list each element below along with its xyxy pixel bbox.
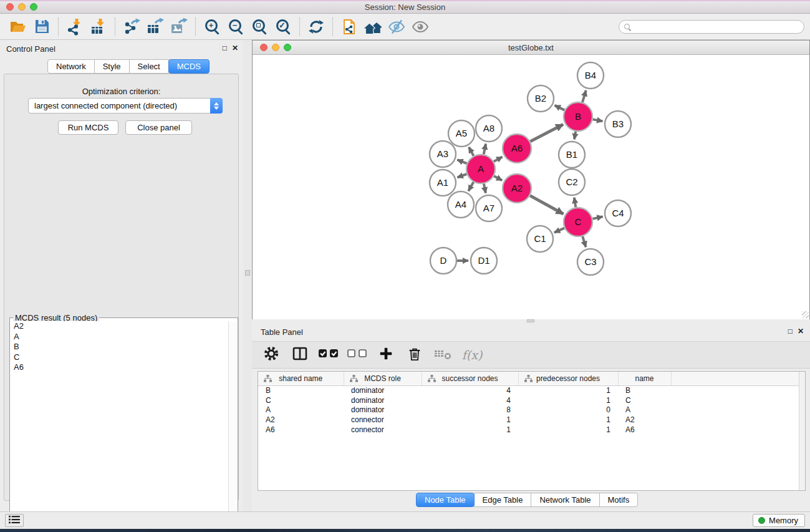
delete-column-button[interactable] [405,345,424,365]
graph-edge-B-B1[interactable] [574,132,576,140]
graph-edge-A-A7[interactable] [484,184,486,193]
save-session-button[interactable] [30,16,54,38]
table-settings-button[interactable] [262,345,281,365]
table-cell[interactable]: 1 [518,425,618,435]
graph-edge-A-A8[interactable] [484,144,486,155]
table-row[interactable]: Bdominator41B [258,385,805,395]
search-field[interactable] [619,20,804,34]
table-cell[interactable]: A6 [258,425,344,435]
export-network-button[interactable] [120,16,143,38]
result-scrollbar[interactable] [228,321,236,528]
tab-mcds[interactable]: MCDS [168,59,210,74]
table-cell[interactable]: 4 [422,395,518,405]
table-cell[interactable]: 1 [518,415,618,425]
graph-edge-A6-B[interactable] [530,125,563,142]
float-panel-icon[interactable]: □ [223,44,227,52]
tab-network[interactable]: Network [47,59,95,74]
table-row[interactable]: Adominator80A [258,405,805,415]
table-cell[interactable]: A [618,405,671,415]
table-cell[interactable]: A [258,405,344,415]
table-cell[interactable]: C [618,395,671,405]
graph-edge-C-C3[interactable] [582,236,586,247]
copy-network-button[interactable] [337,16,361,38]
graph-edge-A2-C[interactable] [530,196,563,214]
memory-button[interactable]: Memory [753,514,805,527]
window-resize-grip[interactable] [802,311,809,318]
export-image-button[interactable] [167,16,191,38]
import-network-button[interactable] [63,16,87,38]
task-history-button[interactable] [5,514,24,527]
table-cell[interactable]: connector [344,425,422,435]
create-column-button[interactable] [377,345,395,365]
table-cell[interactable]: A6 [618,425,671,435]
table-cell[interactable]: 1 [422,415,518,425]
tab-select[interactable]: Select [129,59,169,74]
float-panel-icon[interactable]: □ [788,327,793,336]
select-all-button[interactable] [319,345,338,365]
function-builder-button[interactable]: f(x) [463,345,481,365]
close-panel-button[interactable]: Close panel [125,120,192,135]
graph-edge-A-A5[interactable] [469,147,474,156]
table-cell[interactable]: dominator [344,385,422,395]
hide-selected-button[interactable] [385,16,408,38]
graph-edge-C-C4[interactable] [592,216,602,219]
export-table-button[interactable] [143,16,167,38]
table-cell[interactable]: 0 [518,405,618,415]
vertical-splitter[interactable] [243,40,252,511]
table-row[interactable]: Cdominator41C [258,395,805,405]
table-row[interactable]: A2connector11A2 [258,415,805,425]
table-cell[interactable]: 1 [518,395,618,405]
table-scrollbar[interactable] [799,372,805,490]
result-item[interactable]: A6 [11,362,228,373]
table-cell[interactable]: 8 [422,405,518,415]
result-item[interactable]: B [11,342,228,352]
table-cell[interactable]: 4 [422,385,518,395]
zoom-out-button[interactable]: − [224,16,248,38]
table-cell[interactable]: dominator [344,405,422,415]
tab-motifs[interactable]: Motifs [599,493,639,507]
graph-edge-A-A4[interactable] [468,182,473,191]
table-cell[interactable]: connector [344,415,422,425]
deselect-all-button[interactable] [348,345,367,365]
tab-style[interactable]: Style [94,59,130,74]
close-panel-icon[interactable]: ✕ [798,327,804,336]
search-input[interactable] [634,22,799,31]
splitter-grip[interactable] [245,270,250,276]
table-cell[interactable]: 1 [518,385,618,395]
import-table-button[interactable] [87,16,110,38]
zoom-selected-button[interactable]: ✓ [271,16,295,38]
table-cell[interactable]: 1 [422,425,518,435]
table-cell[interactable]: B [618,385,671,395]
graph-edge-A-A2[interactable] [494,176,502,180]
graph-edge-C-C1[interactable] [554,228,564,233]
apply-layout-button[interactable] [304,16,328,38]
open-session-button[interactable] [6,16,30,38]
graph-edge-B-B2[interactable] [555,105,565,110]
tab-edge-table[interactable]: Edge Table [474,493,532,507]
table-row[interactable]: A6connector11A6 [258,425,805,435]
column-header-shared-name[interactable]: shared name [258,372,344,385]
table-cell[interactable]: dominator [344,395,422,405]
run-mcds-button[interactable]: Run MCDS [58,120,118,135]
table-cell[interactable]: C [258,395,344,405]
table-cell[interactable]: A2 [258,415,344,425]
show-columns-button[interactable] [291,345,309,365]
column-header-MCDS-role[interactable]: MCDS role [344,372,422,385]
graph-edge-A-A3[interactable] [457,160,466,163]
close-panel-icon[interactable]: ✕ [232,44,238,52]
result-item[interactable]: A2 [11,321,228,332]
graph-edge-C-C2[interactable] [574,198,576,208]
tab-node-table[interactable]: Node Table [416,493,475,507]
neighbors-button[interactable] [361,16,385,38]
table-cell[interactable]: A2 [618,415,671,425]
graph-edge-B-B3[interactable] [593,119,603,121]
graph-edge-A-A6[interactable] [494,157,503,162]
graph-edge-B-B4[interactable] [582,90,586,102]
network-canvas-svg[interactable]: B4B2BB3A8A5A6A3B1AC2A1A2A4A7C4CC1DD1C3 [253,56,809,319]
criterion-dropdown[interactable]: largest connected component (directed) [28,98,223,114]
result-item[interactable]: C [11,352,228,363]
graph-edge-A-A1[interactable] [458,174,467,177]
table-cell[interactable]: B [258,385,344,395]
column-header-successor-nodes[interactable]: successor nodes [422,372,518,385]
zoom-in-button[interactable]: + [200,16,224,38]
